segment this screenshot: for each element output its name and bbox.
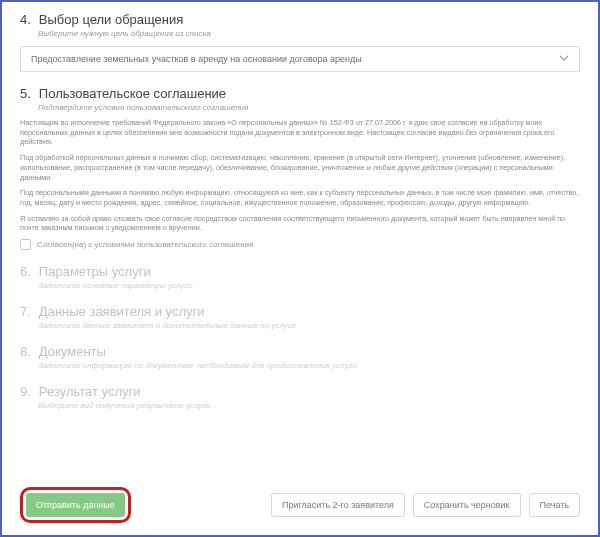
- agreement-checkbox-label: Согласен(на) с условиями пользовательско…: [37, 240, 253, 249]
- agreement-checkbox-row[interactable]: Согласен(на) с условиями пользовательско…: [20, 239, 580, 250]
- submit-button[interactable]: Отправить данные: [26, 493, 125, 517]
- agreement-p4: Я оставляю за собой право отозвать свое …: [20, 214, 580, 233]
- agreement-checkbox[interactable]: [20, 239, 31, 250]
- step-7-subtitle: Заполните данные заявителя и дополнитель…: [38, 321, 580, 330]
- submit-highlight: Отправить данные: [20, 487, 131, 523]
- save-draft-button[interactable]: Сохранить черновик: [413, 493, 521, 517]
- step-5: 5. Пользовательское соглашение Подтверди…: [20, 86, 580, 250]
- step-6-subtitle: Заполните основные параметры услуги: [38, 281, 580, 290]
- step-4: 4. Выбор цели обращения Выберите нужную …: [20, 12, 580, 72]
- step-7-title: Данные заявителя и услуги: [39, 304, 205, 319]
- step-4-title: Выбор цели обращения: [39, 12, 184, 27]
- step-9-head: 9. Результат услуги: [20, 384, 580, 399]
- footer-actions: Отправить данные Пригласить 2-го заявите…: [2, 477, 598, 535]
- step-8: 8. Документы Заполните информацию по док…: [20, 344, 580, 370]
- invite-button[interactable]: Пригласить 2-го заявителя: [271, 493, 405, 517]
- purpose-selected-value: Предоставление земельных участков в арен…: [31, 54, 362, 64]
- step-5-title: Пользовательское соглашение: [39, 86, 226, 101]
- step-7-number: 7.: [20, 304, 31, 319]
- step-8-subtitle: Заполните информацию по документам, необ…: [38, 361, 580, 370]
- step-9: 9. Результат услуги Выберите вид получен…: [20, 384, 580, 410]
- step-6-number: 6.: [20, 264, 31, 279]
- step-5-number: 5.: [20, 86, 31, 101]
- step-6-title: Параметры услуги: [39, 264, 151, 279]
- step-9-subtitle: Выберите вид получения результата услуги: [38, 401, 580, 410]
- print-button[interactable]: Печать: [529, 493, 580, 517]
- step-4-head: 4. Выбор цели обращения: [20, 12, 580, 27]
- step-8-title: Документы: [39, 344, 106, 359]
- agreement-p1: Настоящим во исполнение требований Федер…: [20, 118, 580, 147]
- step-8-head: 8. Документы: [20, 344, 580, 359]
- step-6: 6. Параметры услуги Заполните основные п…: [20, 264, 580, 290]
- step-5-subtitle: Подтвердите условия пользовательского со…: [38, 103, 580, 112]
- agreement-p3: Под персональными данными я понимаю любу…: [20, 188, 580, 207]
- purpose-select[interactable]: Предоставление земельных участков в арен…: [20, 46, 580, 72]
- form-content: 4. Выбор цели обращения Выберите нужную …: [2, 2, 598, 410]
- step-9-number: 9.: [20, 384, 31, 399]
- step-5-head: 5. Пользовательское соглашение: [20, 86, 580, 101]
- step-7: 7. Данные заявителя и услуги Заполните д…: [20, 304, 580, 330]
- secondary-buttons: Пригласить 2-го заявителя Сохранить черн…: [271, 493, 580, 517]
- form-frame: 4. Выбор цели обращения Выберите нужную …: [0, 0, 600, 537]
- chevron-down-icon: [559, 53, 569, 65]
- step-6-head: 6. Параметры услуги: [20, 264, 580, 279]
- step-8-number: 8.: [20, 344, 31, 359]
- step-9-title: Результат услуги: [39, 384, 141, 399]
- step-7-head: 7. Данные заявителя и услуги: [20, 304, 580, 319]
- step-4-subtitle: Выберите нужную цель обращения из списка: [38, 29, 580, 38]
- step-4-number: 4.: [20, 12, 31, 27]
- agreement-text: Настоящим во исполнение требований Федер…: [20, 118, 580, 233]
- agreement-p2: Под обработкой персональных данных я пон…: [20, 153, 580, 182]
